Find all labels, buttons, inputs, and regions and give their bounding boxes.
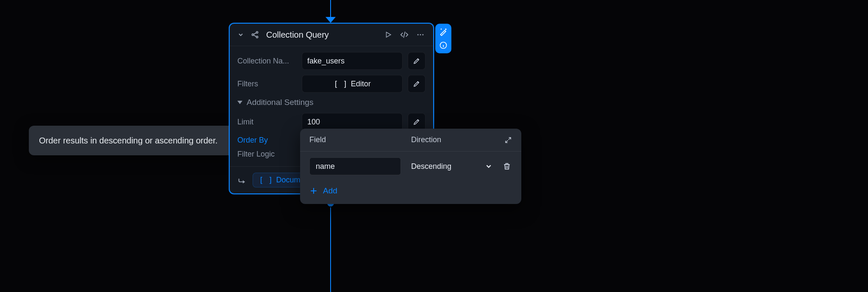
svg-point-2	[256, 36, 258, 38]
row-collection-name: Collection Na... fake_users	[237, 52, 426, 70]
collapse-caret-icon[interactable]	[237, 31, 244, 38]
brackets-icon: [ ]	[334, 80, 348, 88]
tooltip-text: Order results in descending or ascending…	[39, 136, 217, 145]
node-title: Collection Query	[266, 30, 377, 40]
edit-collection-name-button[interactable]	[408, 52, 426, 70]
svg-point-3	[417, 34, 419, 36]
label-collection-name: Collection Na...	[237, 57, 297, 66]
popover-header: Field Direction	[300, 129, 521, 152]
input-collection-name[interactable]: fake_users	[302, 52, 403, 70]
node-type-icon	[250, 30, 260, 40]
row-filters: Filters [ ] Editor	[237, 75, 426, 93]
label-filter-logic: Filter Logic	[237, 150, 297, 159]
edit-filters-button[interactable]	[408, 75, 426, 93]
edge-incoming-arrow	[326, 17, 336, 23]
run-button[interactable]	[383, 30, 393, 40]
order-by-popover: Field Direction name Descending Add	[300, 129, 521, 204]
label-limit: Limit	[237, 118, 297, 127]
order-by-row: name Descending	[300, 152, 521, 181]
info-icon[interactable]	[438, 40, 449, 51]
header-direction: Direction	[411, 135, 496, 144]
filters-editor-button[interactable]: [ ] Editor	[302, 75, 403, 93]
node-header: Collection Query	[230, 24, 433, 46]
chevron-down-icon	[486, 163, 492, 169]
order-direction-select[interactable]: Descending	[408, 158, 495, 175]
label-order-by[interactable]: Order By	[237, 136, 297, 145]
brackets-icon: [ ]	[259, 176, 273, 185]
edge-outgoing	[330, 203, 331, 292]
label-filters: Filters	[237, 80, 297, 88]
code-icon[interactable]	[399, 30, 409, 40]
delete-row-button[interactable]	[502, 161, 512, 171]
header-field: Field	[309, 135, 403, 144]
output-arrow-icon	[237, 176, 247, 185]
plus-icon	[309, 187, 318, 195]
triangle-down-icon	[237, 101, 242, 104]
node-side-actions	[435, 24, 451, 53]
order-field-input[interactable]: name	[309, 157, 401, 175]
edit-limit-button[interactable]	[408, 113, 426, 131]
magic-wand-icon[interactable]	[438, 26, 449, 37]
add-order-row-button[interactable]: Add	[300, 181, 521, 204]
input-limit[interactable]: 100	[302, 113, 403, 131]
more-icon[interactable]	[415, 30, 426, 40]
additional-settings-toggle[interactable]: Additional Settings	[237, 98, 426, 107]
svg-point-1	[256, 31, 258, 33]
svg-point-4	[420, 34, 421, 36]
orderby-help-tooltip: Order results in descending or ascending…	[29, 126, 241, 155]
row-limit: Limit 100	[237, 113, 426, 131]
svg-point-5	[422, 34, 423, 36]
expand-icon[interactable]	[504, 136, 512, 144]
svg-point-0	[252, 34, 253, 36]
